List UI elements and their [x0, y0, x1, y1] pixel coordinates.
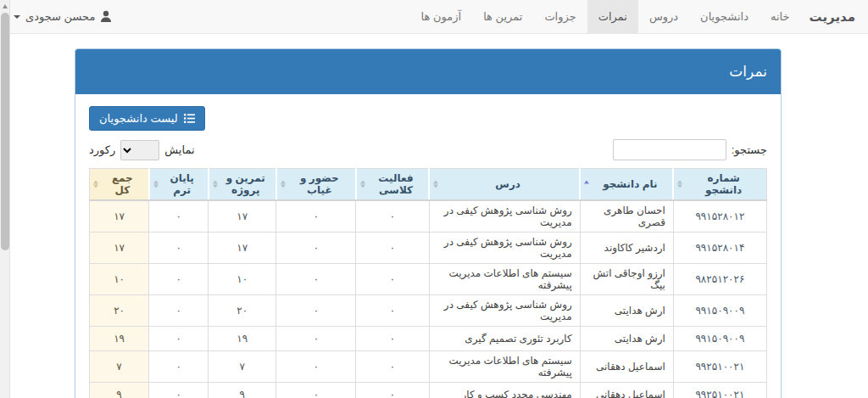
- cell-student-number: ۹۹۱۵۲۸۰۱۲: [673, 200, 766, 233]
- table-row: ۹۹۱۵۲۸۰۱۲ احسان طاهری قصری روش شناسی پژو…: [90, 200, 767, 233]
- cell-course: روش شناسی پژوهش کیفی در مدیریت: [429, 233, 580, 264]
- sort-icon: [153, 181, 159, 188]
- cell-homework-project: ۱۷: [209, 200, 276, 233]
- cell-class-activity: ۰: [356, 233, 429, 264]
- column-header-homework-project[interactable]: تمرین و پروژه: [209, 169, 276, 201]
- user-name: محسن سجودی: [25, 10, 95, 23]
- column-header-student-name[interactable]: نام دانشجو: [580, 169, 673, 201]
- cell-homework-project: ۱۷: [209, 233, 276, 264]
- search-input[interactable]: [613, 139, 726, 160]
- vertical-scrollbar[interactable]: [0, 0, 10, 398]
- cell-student-number: ۹۹۱۵۰۹۰۰۹: [673, 327, 766, 351]
- cell-course: کاربرد تئوری تصمیم گیری: [429, 327, 580, 351]
- cell-class-activity: ۰: [356, 295, 429, 327]
- sort-icon: [360, 181, 365, 188]
- nav-item-students[interactable]: دانشجویان: [689, 0, 760, 33]
- panel-header: نمرات: [75, 49, 781, 94]
- cell-student-number: ۹۹۲۵۱۰۰۲۱: [673, 351, 766, 383]
- sort-icon: [433, 181, 438, 188]
- grades-table: شماره دانشجو نام دانشجو درس فعالیت کلاسی…: [89, 168, 767, 398]
- cell-total: ۱۷: [90, 233, 149, 264]
- cell-homework-project: ۹: [209, 383, 276, 398]
- table-controls: جستجو: نمایش رکورد: [89, 139, 767, 160]
- cell-homework-project: ۲۰: [209, 295, 276, 327]
- nav-item-exercises[interactable]: تمرین ها: [472, 0, 533, 33]
- cell-class-activity: ۰: [356, 264, 429, 295]
- grades-tbody: ۹۹۱۵۲۸۰۱۲ احسان طاهری قصری روش شناسی پژو…: [90, 200, 767, 398]
- cell-total: ۷: [90, 351, 149, 383]
- cell-final-exam: ۰: [149, 327, 209, 351]
- cell-final-exam: ۰: [149, 295, 209, 327]
- sort-icon: [677, 181, 682, 188]
- table-row: ۹۸۲۵۱۲۰۲۶ ارزو اوجاقی اتش بیگ سیستم های …: [90, 264, 767, 295]
- scrollbar-thumb[interactable]: [1, 13, 9, 250]
- cell-attendance: ۰: [276, 351, 356, 383]
- cell-course: روش شناسی پژوهش کیفی در مدیریت: [429, 295, 580, 327]
- cell-total: ۱۷: [90, 200, 149, 233]
- cell-class-activity: ۰: [356, 351, 429, 383]
- cell-student-name: احسان طاهری قصری: [580, 200, 673, 233]
- column-header-student-number[interactable]: شماره دانشجو: [673, 169, 766, 201]
- user-menu[interactable]: محسن سجودی: [0, 0, 125, 33]
- table-row: ۹۹۲۵۱۰۰۲۱ اسماعیل دهقانی مهندسی مجدد کسب…: [90, 383, 767, 398]
- cell-course: سیستم های اطلاعات مدیریت پیشرفته: [429, 264, 580, 295]
- cell-course: مهندسی مجدد کسب و کار: [429, 383, 580, 398]
- cell-homework-project: ۷: [209, 351, 276, 383]
- page: مدیریت خانه دانشجویان دروس نمرات جزوات ت…: [0, 0, 868, 398]
- length-label-records: رکورد: [89, 143, 115, 156]
- records-per-page-select[interactable]: [120, 140, 159, 160]
- table-header-row: شماره دانشجو نام دانشجو درس فعالیت کلاسی…: [90, 169, 767, 201]
- scrollbar-up-arrow-icon[interactable]: [0, 0, 9, 12]
- cell-final-exam: ۰: [149, 383, 209, 398]
- cell-attendance: ۰: [276, 233, 356, 264]
- cell-total: ۱۰: [90, 264, 149, 295]
- column-header-course[interactable]: درس: [429, 169, 580, 201]
- cell-total: ۹: [90, 383, 149, 398]
- cell-final-exam: ۰: [149, 264, 209, 295]
- cell-attendance: ۰: [276, 383, 356, 398]
- nav-item-grades[interactable]: نمرات: [587, 0, 638, 33]
- column-header-class-activity[interactable]: فعالیت کلاسی: [356, 169, 429, 201]
- table-row: ۹۹۱۵۰۹۰۰۹ ارش هدایتی کاربرد تئوری تصمیم …: [90, 327, 767, 351]
- cell-course: سیستم های اطلاعات مدیریت پیشرفته: [429, 351, 580, 383]
- nav-item-home[interactable]: خانه: [760, 0, 801, 33]
- brand-link[interactable]: مدیریت: [801, 0, 868, 33]
- cell-class-activity: ۰: [356, 383, 429, 398]
- cell-student-name: ارش هدایتی: [580, 295, 673, 327]
- cell-attendance: ۰: [276, 327, 356, 351]
- column-header-final-exam[interactable]: پایان ترم: [149, 169, 209, 201]
- table-row: ۹۹۱۵۰۹۰۰۹ ارش هدایتی روش شناسی پژوهش کیف…: [90, 295, 767, 327]
- cell-total: ۱۹: [90, 327, 149, 351]
- panel-body: لیست دانشجویان جستجو: نمایش رکورد: [75, 94, 781, 398]
- column-header-attendance[interactable]: حضور و غیاب: [276, 169, 356, 201]
- nav-item-courses[interactable]: دروس: [638, 0, 689, 33]
- cell-student-name: ارزو اوجاقی اتش بیگ: [580, 264, 673, 295]
- table-row: ۹۹۲۵۱۰۰۲۱ اسماعیل دهقانی سیستم های اطلاع…: [90, 351, 767, 383]
- cell-homework-project: ۱۹: [209, 327, 276, 351]
- students-list-button-label: لیست دانشجویان: [99, 112, 178, 125]
- cell-attendance: ۰: [276, 295, 356, 327]
- cell-student-name: اردشیر کاکاوند: [580, 233, 673, 264]
- search-label: جستجو:: [732, 143, 767, 156]
- cell-total: ۲۰: [90, 295, 149, 327]
- grades-panel: نمرات لیست دانشجویان جستجو: نمایش: [75, 48, 782, 398]
- cell-homework-project: ۱۰: [209, 264, 276, 295]
- cell-class-activity: ۰: [356, 200, 429, 233]
- cell-final-exam: ۰: [149, 351, 209, 383]
- table-row: ۹۹۱۵۲۸۰۱۴ اردشیر کاکاوند روش شناسی پژوهش…: [90, 233, 767, 264]
- top-navbar: مدیریت خانه دانشجویان دروس نمرات جزوات ت…: [0, 0, 868, 34]
- sort-icon: [93, 181, 98, 188]
- sort-icon: [213, 181, 218, 188]
- person-icon: [100, 10, 112, 23]
- nav-item-handouts[interactable]: جزوات: [533, 0, 587, 33]
- cell-student-number: ۹۹۲۵۱۰۰۲۱: [673, 383, 766, 398]
- sort-icon: [281, 181, 286, 188]
- students-list-button[interactable]: لیست دانشجویان: [89, 106, 205, 131]
- column-header-total[interactable]: جمع کل: [90, 169, 149, 201]
- nav-item-exams[interactable]: آزمون ها: [410, 0, 473, 33]
- cell-course: روش شناسی پژوهش کیفی در مدیریت: [429, 200, 580, 233]
- length-label-show: نمایش: [164, 143, 194, 156]
- search-group: جستجو:: [613, 139, 767, 160]
- cell-class-activity: ۰: [356, 327, 429, 351]
- cell-student-number: ۹۸۲۵۱۲۰۲۶: [673, 264, 766, 295]
